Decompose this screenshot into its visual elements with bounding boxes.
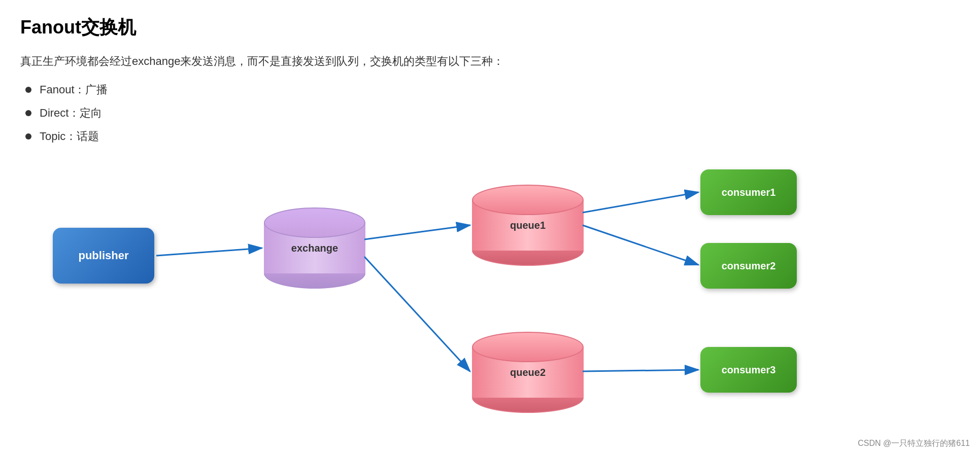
exchange-cyl-top bbox=[264, 207, 365, 238]
bullet-direct-label: Direct：定向 bbox=[40, 106, 102, 121]
queue2-label: queue2 bbox=[510, 367, 546, 378]
bullet-list: Fanout：广播 Direct：定向 Topic：话题 bbox=[20, 82, 960, 144]
bullet-dot-3 bbox=[25, 133, 31, 139]
arrow-queue1-consumer1 bbox=[583, 192, 698, 213]
queue2-cyl-top bbox=[472, 332, 584, 362]
consumer3-label: consumer3 bbox=[722, 364, 776, 376]
page-title: Fanout交换机 bbox=[20, 15, 960, 40]
list-item-fanout: Fanout：广播 bbox=[25, 82, 960, 97]
title-rest: 交换机 bbox=[81, 17, 136, 38]
exchange-cylinder: exchange bbox=[264, 207, 365, 289]
bullet-dot bbox=[25, 87, 31, 93]
queue2-cylinder: queue2 bbox=[472, 332, 584, 413]
title-fanout: Fanout bbox=[20, 17, 81, 38]
bullet-fanout-label: Fanout：广播 bbox=[40, 82, 108, 97]
arrow-queue1-consumer2 bbox=[583, 225, 698, 265]
exchange-label: exchange bbox=[291, 242, 338, 254]
arrow-exchange-queue2 bbox=[364, 257, 470, 371]
publisher-label: publisher bbox=[78, 249, 128, 262]
arrow-publisher-exchange bbox=[156, 248, 262, 256]
consumer3-box: consumer3 bbox=[700, 347, 797, 393]
list-item-direct: Direct：定向 bbox=[25, 106, 960, 121]
description-text: 真正生产环境都会经过exchange来发送消息，而不是直接发送到队列，交换机的类… bbox=[20, 52, 960, 70]
consumer1-box: consumer1 bbox=[700, 169, 797, 215]
exchange-container: exchange bbox=[264, 207, 365, 289]
consumer1-label: consumer1 bbox=[722, 187, 776, 198]
bullet-topic-label: Topic：话题 bbox=[40, 129, 99, 144]
diagram: publisher exchange queue1 queue2 consume… bbox=[30, 159, 842, 443]
queue1-cylinder: queue1 bbox=[472, 185, 584, 266]
queue2-container: queue2 bbox=[472, 332, 584, 413]
arrow-exchange-queue1 bbox=[364, 225, 470, 239]
watermark: CSDN @一只特立独行的猪611 bbox=[858, 438, 970, 449]
queue1-label: queue1 bbox=[510, 220, 546, 231]
queue1-container: queue1 bbox=[472, 185, 584, 266]
consumer2-label: consumer2 bbox=[722, 260, 776, 272]
bullet-dot-2 bbox=[25, 110, 31, 116]
list-item-topic: Topic：话题 bbox=[25, 129, 960, 144]
consumer2-box: consumer2 bbox=[700, 243, 797, 289]
publisher-box: publisher bbox=[53, 228, 154, 284]
arrow-queue2-consumer3 bbox=[583, 370, 698, 371]
queue1-cyl-top bbox=[472, 185, 584, 215]
